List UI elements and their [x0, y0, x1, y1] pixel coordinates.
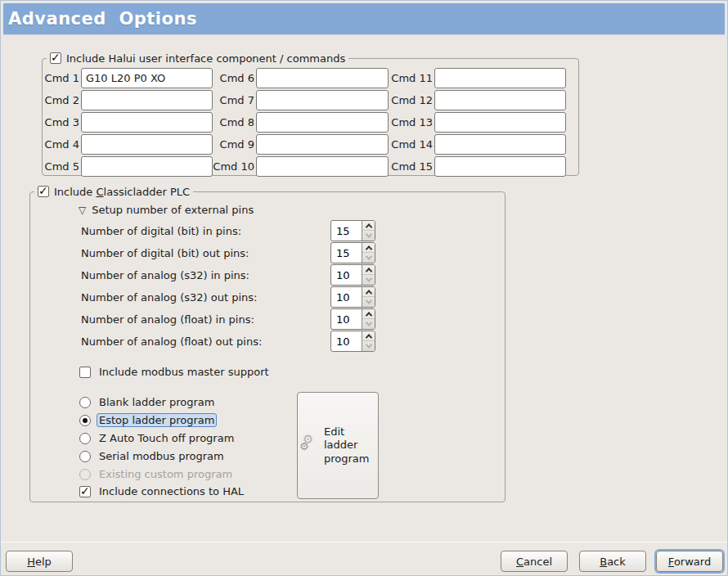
- cancel-button[interactable]: Cancel: [501, 551, 568, 572]
- radio-estop-ladder-label: Estop ladder program: [97, 413, 217, 427]
- spin-down-icon[interactable]: [362, 297, 375, 307]
- cmd-input-3[interactable]: [81, 112, 213, 133]
- radio-existing-custom-row: Existing custom program: [79, 467, 235, 481]
- cmd-input-10[interactable]: [256, 156, 389, 177]
- classicladder-frame-legend: Include Classicladder PLC: [34, 185, 193, 198]
- cmd-input-11[interactable]: [434, 68, 566, 88]
- radio-existing-custom-label: Existing custom program: [97, 467, 235, 481]
- modbus-master-label: Include modbus master support: [97, 365, 272, 379]
- cmd-label: Cmd 7: [209, 90, 254, 110]
- modbus-master-checkbox[interactable]: [79, 367, 91, 378]
- cmd-label: Cmd 1: [35, 68, 79, 88]
- radio-serial-modbus[interactable]: [79, 451, 91, 462]
- titlebar-divider: [3, 34, 725, 35]
- cmd-label: Cmd 12: [385, 90, 433, 110]
- cmd-input-6[interactable]: [256, 68, 389, 88]
- cmd-label: Cmd 14: [385, 134, 433, 155]
- back-button[interactable]: Back: [579, 551, 646, 572]
- page-title: Advanced Options: [3, 9, 197, 29]
- external-pins-expander[interactable]: ▽ Setup number of external pins: [79, 204, 254, 216]
- spin-input[interactable]: [331, 243, 362, 263]
- cmd-label: Cmd 15: [385, 156, 433, 177]
- cmd-label: Cmd 9: [209, 134, 254, 155]
- radio-blank-ladder[interactable]: [79, 397, 91, 408]
- help-button[interactable]: Help: [6, 551, 73, 572]
- cmd-input-1[interactable]: [81, 68, 213, 88]
- cmd-input-14[interactable]: [434, 134, 566, 155]
- cmd-input-4[interactable]: [81, 134, 213, 155]
- spin-row-label: Number of digital (bit) out pins:: [81, 247, 249, 259]
- cmd-input-2[interactable]: [81, 90, 213, 110]
- forward-button[interactable]: Forward: [656, 551, 723, 572]
- digital-in-pins-spinbox[interactable]: [330, 220, 375, 241]
- analog-s32-out-pins-spinbox[interactable]: [330, 286, 375, 308]
- forward-button-label: Forward: [668, 556, 711, 568]
- hal-connections-checkbox-row[interactable]: Include connections to HAL: [79, 484, 246, 498]
- analog-float-in-pins-spinbox[interactable]: [330, 308, 375, 330]
- spin-up-icon[interactable]: [362, 287, 375, 297]
- spin-input[interactable]: [331, 331, 362, 351]
- cmd-label: Cmd 5: [35, 156, 79, 177]
- radio-serial-modbus-row[interactable]: Serial modbus program: [79, 449, 227, 463]
- radio-serial-modbus-label: Serial modbus program: [97, 449, 227, 463]
- radio-estop-ladder-row[interactable]: Estop ladder program: [79, 413, 217, 427]
- spin-up-icon[interactable]: [362, 243, 375, 253]
- cmd-input-5[interactable]: [81, 156, 213, 177]
- spin-row-label: Number of analog (float) out pins:: [81, 335, 262, 348]
- radio-z-auto-touchoff[interactable]: [79, 433, 91, 444]
- cmd-label: Cmd 2: [35, 90, 79, 110]
- spin-up-icon[interactable]: [362, 331, 375, 341]
- spin-input[interactable]: [331, 287, 362, 307]
- radio-blank-ladder-row[interactable]: Blank ladder program: [79, 395, 217, 409]
- cancel-button-label: Cancel: [516, 556, 552, 568]
- radio-z-auto-touchoff-row[interactable]: Z Auto Touch off program: [79, 431, 236, 445]
- radio-z-auto-touchoff-label: Z Auto Touch off program: [97, 431, 236, 445]
- spin-down-icon[interactable]: [362, 275, 375, 285]
- cmd-label: Cmd 6: [209, 68, 254, 88]
- spin-down-icon[interactable]: [362, 253, 375, 263]
- spin-down-icon[interactable]: [362, 341, 375, 351]
- modbus-master-checkbox-row[interactable]: Include modbus master support: [79, 365, 272, 379]
- cmd-label: Cmd 11: [385, 68, 433, 88]
- back-button-label: Back: [600, 556, 626, 568]
- advanced-options-window: Advanced Options Include Halui user inte…: [0, 0, 728, 576]
- cmd-label: Cmd 13: [385, 112, 433, 133]
- window-titlebar: Advanced Options: [3, 3, 725, 34]
- edit-ladder-program-button[interactable]: ⚙⚙ Edit ladder program: [297, 392, 379, 499]
- analog-float-out-pins-spinbox[interactable]: [330, 331, 375, 352]
- cmd-input-15[interactable]: [434, 156, 566, 177]
- spin-row-label: Number of analog (float) in pins:: [81, 313, 254, 326]
- radio-existing-custom: [79, 469, 91, 480]
- digital-out-pins-spinbox[interactable]: [330, 242, 375, 263]
- halui-checkbox[interactable]: [50, 52, 61, 64]
- spin-up-icon[interactable]: [362, 221, 375, 231]
- hal-connections-checkbox[interactable]: [79, 486, 91, 497]
- spin-row-label: Number of analog (s32) out pins:: [81, 291, 257, 304]
- cmd-input-12[interactable]: [434, 90, 566, 110]
- radio-blank-ladder-label: Blank ladder program: [97, 395, 217, 409]
- edit-ladder-program-label: Edit ladder program: [324, 425, 375, 466]
- gears-icon: ⚙⚙: [301, 434, 321, 458]
- spin-input[interactable]: [331, 221, 362, 241]
- classicladder-frame-label: Include Classicladder PLC: [54, 186, 190, 198]
- spin-input[interactable]: [331, 265, 362, 285]
- cmd-input-7[interactable]: [256, 90, 389, 110]
- spin-row-label: Number of analog (s32) in pins:: [81, 269, 249, 281]
- classicladder-checkbox[interactable]: [38, 186, 49, 197]
- cmd-input-8[interactable]: [256, 112, 389, 133]
- cmd-label: Cmd 10: [209, 156, 254, 177]
- spin-input[interactable]: [331, 309, 362, 329]
- cmd-input-9[interactable]: [256, 134, 389, 155]
- analog-s32-in-pins-spinbox[interactable]: [330, 264, 375, 286]
- cmd-input-13[interactable]: [434, 112, 566, 133]
- halui-frame-label: Include Halui user interface component /…: [66, 52, 345, 65]
- help-button-label: Help: [27, 556, 52, 568]
- spin-down-icon[interactable]: [362, 319, 375, 329]
- halui-frame-legend: Include Halui user interface component /…: [47, 52, 348, 65]
- hal-connections-label: Include connections to HAL: [97, 484, 246, 498]
- spin-up-icon[interactable]: [362, 265, 375, 275]
- footer-divider: [1, 542, 727, 542]
- spin-up-icon[interactable]: [362, 309, 375, 319]
- radio-estop-ladder[interactable]: [79, 415, 91, 426]
- spin-down-icon[interactable]: [362, 231, 375, 241]
